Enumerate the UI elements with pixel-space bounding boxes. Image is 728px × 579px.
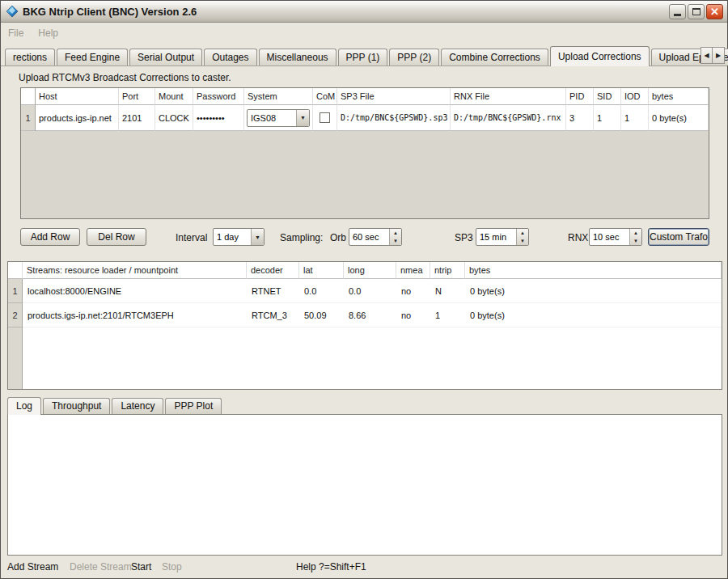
com-checkbox[interactable] [320,112,330,123]
system-combobox[interactable]: IGS08 ▼ [247,109,310,127]
sp3-label: SP3 [455,229,473,247]
row-number-strip: 1 2 [8,279,23,389]
tab-corrections[interactable]: rections [5,49,55,66]
tab-ppp-plot[interactable]: PPP Plot [165,398,222,414]
add-row-button[interactable]: Add Row [20,228,80,246]
stop-action[interactable]: Stop [162,561,182,573]
orb-spinbox[interactable]: 60 sec ▲ ▼ [349,228,402,246]
host-cell[interactable]: products.igs-ip.net [36,105,119,131]
spin-down-icon[interactable]: ▼ [517,237,528,245]
col-header-decoder: decoder [247,262,299,279]
com-cell [313,105,337,131]
tab-scroll-left-button[interactable]: ◀ [700,47,713,64]
sid-cell[interactable]: 1 [594,105,621,131]
tab-latency[interactable]: Latency [112,398,163,414]
iod-cell[interactable]: 1 [621,105,649,131]
spin-down-icon[interactable]: ▼ [630,237,641,245]
add-stream-action[interactable]: Add Stream [7,561,58,573]
dropdown-arrow-icon[interactable]: ▼ [296,110,309,126]
tab-miscellaneous[interactable]: Miscellaneous [259,49,336,66]
col-header-com: CoM [313,88,337,105]
streams-table-body: 1 2 localhost:8000/ENGINE RTNET 0.0 0.0 … [8,279,722,389]
port-cell[interactable]: 2101 [119,105,155,131]
row-number: 1 [8,279,22,303]
custom-trafo-button[interactable]: Custom Trafo [648,228,709,246]
bottom-tab-bar: Log Throughput Latency PPP Plot [7,396,223,414]
close-button[interactable]: ✕ [706,4,723,19]
statusbar: Add Stream Delete Stream Start Stop Help… [1,557,727,578]
mount-cell[interactable]: CLOCK [155,105,193,131]
delete-stream-action[interactable]: Delete Stream [70,561,132,573]
stream-row[interactable]: products.igs-ip.net:2101/RTCM3EPH RTCM_3… [23,303,722,328]
rnx-spin-buttons[interactable]: ▲ ▼ [629,229,641,245]
maximize-icon [692,8,700,15]
pid-cell[interactable]: 3 [566,105,594,131]
lat-cell[interactable]: 50.09 [299,303,344,328]
password-cell[interactable]: ••••••••• [193,105,244,131]
tab-upload-corrections[interactable]: Upload Corrections [550,46,650,66]
rnx-spinbox-value: 10 sec [590,229,629,245]
spin-up-icon[interactable]: ▲ [390,229,401,237]
ntrip-cell[interactable]: 1 [430,303,465,328]
col-header-pid: PID [566,88,594,105]
rnx-file-cell[interactable]: D:/tmp/BNC${GPSWD}.rnx [451,105,566,131]
long-cell[interactable]: 0.0 [344,279,396,303]
system-cell: IGS08 ▼ [244,105,313,131]
lat-cell[interactable]: 0.0 [299,279,344,303]
app-icon [5,5,19,19]
sp3-spinbox[interactable]: 15 min ▲ ▼ [476,228,529,246]
close-icon: ✕ [710,6,719,18]
del-row-button[interactable]: Del Row [87,228,146,246]
tab-outages[interactable]: Outages [204,49,256,66]
spin-up-icon[interactable]: ▲ [630,229,641,237]
interval-combobox[interactable]: 1 day ▼ [213,228,265,246]
col-header-bytes: bytes [649,88,709,105]
rnx-spinbox[interactable]: 10 sec ▲ ▼ [589,228,642,246]
long-cell[interactable]: 8.66 [344,303,396,328]
menu-file[interactable]: File [1,25,31,41]
rnx-label: RNX [568,229,588,247]
menu-help[interactable]: Help [31,25,66,41]
tab-ppp-1[interactable]: PPP (1) [338,49,388,66]
log-pane[interactable] [7,414,722,556]
ntrip-cell[interactable]: N [430,279,465,303]
titlebar[interactable]: BKG Ntrip Client (BNC) Version 2.6 ✕ [1,1,727,23]
tab-log[interactable]: Log [7,397,41,415]
tab-ppp-2[interactable]: PPP (2) [389,49,439,66]
tab-throughput[interactable]: Throughput [43,398,110,414]
tab-serial-output[interactable]: Serial Output [129,49,202,66]
tab-feed-engine[interactable]: Feed Engine [57,49,128,66]
spin-up-icon[interactable]: ▲ [517,229,528,237]
tab-combine-corrections[interactable]: Combine Corrections [441,49,548,66]
upload-table: Host Port Mount Password System CoM SP3 … [20,87,709,219]
sp3-file-cell[interactable]: D:/tmp/BNC${GPSWD}.sp3 [337,105,451,131]
col-header-bytes: bytes [465,262,722,279]
bytes-cell: 0 byte(s) [649,105,709,131]
minimize-button[interactable] [669,4,686,19]
table-corner [8,262,23,279]
upload-caption: Upload RTCMv3 Broadcast Corrections to c… [19,72,231,83]
decoder-cell[interactable]: RTNET [247,279,299,303]
spin-down-icon[interactable]: ▼ [390,237,401,245]
minimize-icon [674,14,681,16]
orb-spinbox-value: 60 sec [349,229,389,245]
table-row: 1 products.igs-ip.net 2101 CLOCK •••••••… [21,105,709,131]
nmea-cell[interactable]: no [396,279,430,303]
col-header-lat: lat [299,262,344,279]
app-window: BKG Ntrip Client (BNC) Version 2.6 ✕ Fil… [0,0,728,579]
nmea-cell[interactable]: no [396,303,430,328]
col-header-mountpoint: Streams: resource loader / mountpoint [23,262,247,279]
dropdown-arrow-icon[interactable]: ▼ [251,229,264,245]
stream-row[interactable]: localhost:8000/ENGINE RTNET 0.0 0.0 no N… [23,279,722,303]
orb-spin-buttons[interactable]: ▲ ▼ [389,229,401,245]
col-header-ntrip: ntrip [430,262,465,279]
sp3-spinbox-value: 15 min [476,229,516,245]
tab-scroll-right-button[interactable]: ▶ [713,47,725,64]
mountpoint-cell[interactable]: localhost:8000/ENGINE [23,279,247,303]
sp3-spin-buttons[interactable]: ▲ ▼ [516,229,528,245]
maximize-button[interactable] [688,4,705,19]
decoder-cell[interactable]: RTCM_3 [247,303,299,328]
bytes-cell: 0 byte(s) [465,279,722,303]
start-action[interactable]: Start [131,561,151,573]
mountpoint-cell[interactable]: products.igs-ip.net:2101/RTCM3EPH [23,303,247,328]
